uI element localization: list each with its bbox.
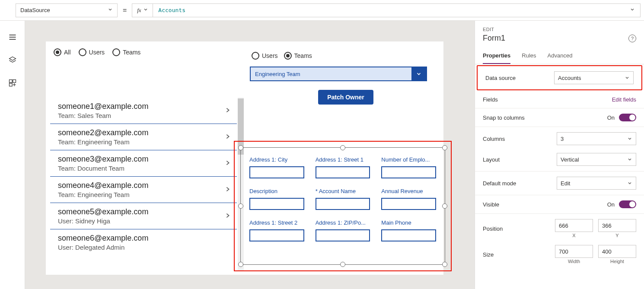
list-item[interactable]: someone4@example.comTeam: Engineering Te… — [50, 177, 237, 203]
chevron-down-icon — [411, 67, 426, 80]
list-item[interactable]: someone1@example.comTeam: Sales Team — [50, 98, 237, 124]
dropdown-value: Engineering Team — [251, 67, 411, 80]
text-input[interactable] — [249, 229, 304, 241]
formula-text: Accounts — [158, 7, 185, 13]
property-selector-value: DataSource — [20, 7, 50, 13]
chevron-right-icon — [225, 186, 231, 194]
tab-properties[interactable]: Properties — [483, 49, 510, 64]
radio-users-sub[interactable]: Users — [252, 52, 278, 60]
text-input[interactable] — [381, 166, 436, 178]
fx-label: fx — [137, 7, 141, 14]
svg-rect-4 — [9, 80, 12, 83]
text-input[interactable] — [381, 229, 436, 241]
resize-handle[interactable] — [442, 262, 447, 267]
formula-bar: DataSource = fx Accounts — [0, 0, 644, 21]
form-field[interactable]: Address 1: City — [249, 156, 304, 178]
chevron-down-icon — [625, 75, 630, 80]
resize-handle[interactable] — [340, 262, 345, 267]
formula-input[interactable]: Accounts — [153, 3, 641, 17]
position-y-input[interactable]: 366 — [598, 219, 636, 232]
hamburger-icon[interactable] — [8, 33, 17, 43]
default-mode-select[interactable]: Edit — [557, 177, 636, 190]
prop-default-mode: Default mode Edit — [475, 171, 644, 195]
accounts-list: someone1@example.comTeam: Sales Team som… — [50, 98, 237, 270]
form-field[interactable]: Number of Emplo... — [381, 156, 436, 178]
prop-columns: Columns 3 — [475, 127, 644, 148]
chevron-down-icon — [143, 7, 148, 13]
prop-snap: Snap to columns On — [475, 108, 644, 127]
form-selection-outline: Address 1: City Address 1: Street 1 Numb… — [234, 141, 452, 271]
chevron-down-icon — [627, 157, 632, 162]
prop-data-source: Data source Accounts — [477, 65, 642, 90]
snap-toggle[interactable] — [619, 114, 636, 121]
form-field[interactable]: Description — [249, 188, 304, 210]
fx-button[interactable]: fx — [132, 3, 153, 17]
chevron-down-icon — [630, 7, 635, 13]
prop-position: Position 666X 366Y — [475, 214, 644, 240]
list-item[interactable]: someone2@example.comTeam: Engineering Te… — [50, 124, 237, 150]
form-field[interactable]: Main Phone — [381, 219, 436, 241]
equals-label: = — [123, 6, 127, 14]
edit-fields-link[interactable]: Edit fields — [612, 96, 636, 103]
prop-size: Size 700Width 400Height — [475, 240, 644, 269]
radio-all[interactable]: All — [54, 48, 71, 56]
text-input[interactable] — [249, 198, 304, 210]
tab-advanced[interactable]: Advanced — [548, 49, 573, 64]
radio-users[interactable]: Users — [79, 48, 105, 56]
chevron-right-icon — [225, 160, 231, 167]
team-dropdown[interactable]: Engineering Team — [250, 67, 427, 81]
chevron-right-icon — [225, 213, 231, 220]
text-input[interactable] — [381, 198, 436, 210]
svg-rect-5 — [13, 80, 16, 83]
columns-select[interactable]: 3 — [557, 132, 636, 145]
svg-marker-3 — [9, 57, 16, 60]
control-name: Form1 — [483, 34, 505, 43]
prop-layout: Layout Vertical — [475, 148, 644, 171]
form-field[interactable]: Address 1: ZIP/Po... — [316, 219, 370, 241]
prop-visible: Visible On — [475, 195, 644, 214]
tab-rules[interactable]: Rules — [522, 49, 536, 64]
property-selector[interactable]: DataSource — [16, 3, 118, 17]
owner-editor: Users Teams Engineering Team Patch Owner — [248, 41, 443, 105]
text-input[interactable] — [249, 166, 304, 178]
size-width-input[interactable]: 700 — [555, 245, 593, 258]
text-input[interactable] — [316, 229, 370, 241]
chevron-right-icon — [225, 107, 231, 114]
panel-tabs: Properties Rules Advanced — [475, 49, 644, 64]
chevron-down-icon — [627, 181, 632, 186]
form-field[interactable]: Address 1: Street 1 — [316, 156, 370, 178]
form-field[interactable]: Annual Revenue — [381, 188, 436, 210]
form-field[interactable]: Address 1: Street 2 — [249, 219, 304, 241]
resize-handle[interactable] — [340, 145, 345, 150]
list-item[interactable]: someone3@example.comTeam: Document Team — [50, 150, 237, 177]
list-item[interactable]: someone5@example.comUser: Sidney Higa — [50, 203, 237, 229]
text-input[interactable] — [316, 198, 370, 210]
panel-mode-label: EDIT — [483, 27, 636, 32]
patch-owner-button[interactable]: Patch Owner — [318, 90, 373, 105]
visible-toggle[interactable] — [619, 200, 636, 208]
resize-handle[interactable] — [238, 203, 243, 209]
prop-fields: Fields Edit fields — [475, 91, 644, 108]
resize-handle[interactable] — [442, 145, 447, 150]
position-x-input[interactable]: 666 — [555, 219, 593, 232]
chevron-down-icon — [627, 136, 632, 141]
list-item[interactable]: someone6@example.comUser: Delegated Admi… — [50, 229, 237, 255]
resize-handle[interactable] — [238, 145, 243, 150]
radio-teams[interactable]: Teams — [112, 48, 140, 56]
properties-panel: EDIT Form1 ? Properties Rules Advanced D… — [475, 21, 644, 289]
components-icon[interactable] — [8, 79, 17, 89]
left-nav — [0, 21, 25, 289]
svg-rect-6 — [9, 83, 12, 86]
text-input[interactable] — [316, 166, 370, 178]
resize-handle[interactable] — [238, 262, 243, 267]
layout-select[interactable]: Vertical — [557, 153, 636, 166]
size-height-input[interactable]: 400 — [598, 245, 636, 258]
layers-icon[interactable] — [8, 56, 17, 66]
data-source-select[interactable]: Accounts — [554, 71, 634, 84]
form-control[interactable]: Address 1: City Address 1: Street 1 Numb… — [240, 147, 445, 265]
form-field[interactable]: Account Name — [316, 188, 370, 210]
canvas[interactable]: All Users Teams someone1@example.comTeam… — [25, 21, 475, 289]
help-icon[interactable]: ? — [628, 35, 636, 42]
resize-handle[interactable] — [442, 203, 447, 209]
radio-teams-sub[interactable]: Teams — [284, 52, 312, 60]
